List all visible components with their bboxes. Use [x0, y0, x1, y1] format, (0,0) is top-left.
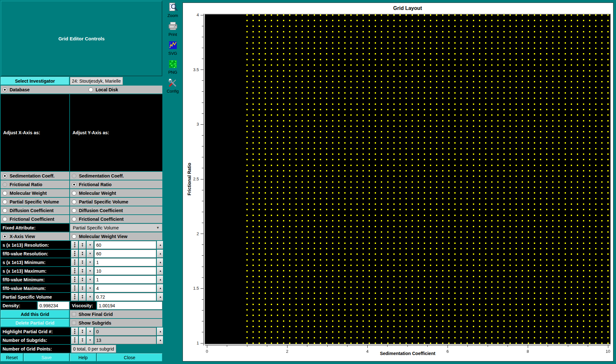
close-button[interactable]: Close [97, 353, 162, 361]
y-minor-tick [202, 212, 203, 212]
density-input[interactable] [38, 302, 69, 310]
decrement-100-button[interactable] [71, 267, 78, 275]
decrement-10-button[interactable] [79, 336, 86, 344]
database-radio[interactable] [3, 87, 7, 92]
y-diffusion-coefficient-radio[interactable] [72, 208, 76, 213]
y-diffusion-coefficient-label: Diffusion Coefficient [79, 208, 123, 213]
decrement-1-button[interactable] [87, 258, 94, 266]
viscosity-input[interactable] [97, 302, 162, 310]
x-partial-specific-volume-radio[interactable] [3, 200, 7, 204]
delete-partial-grid-button[interactable]: Delete Partial Grid [1, 319, 69, 327]
decrement-10-button[interactable] [79, 284, 86, 292]
local-disk-radio[interactable] [89, 87, 93, 92]
decrement-10-button[interactable] [79, 250, 86, 258]
s-minimum-input[interactable] [94, 258, 156, 266]
number-of-subgrids-label: Number of Subgrids: [1, 336, 71, 344]
number-of-subgrids-input[interactable] [94, 336, 156, 344]
y-minor-tick [202, 59, 203, 59]
config-tool-button[interactable]: Config [167, 78, 179, 94]
x-molecular-weight-radio[interactable] [3, 191, 7, 195]
counter-row: f/f0-value Minimum: [1, 276, 162, 284]
x-minor-tick [347, 345, 347, 347]
y-sedimentation-coeff-label: Sedimentation Coeff. [79, 173, 124, 178]
x-frictional-coefficient-label: Frictional Coefficient [10, 217, 54, 222]
decrement-100-button[interactable] [71, 284, 78, 292]
decrement-10-button[interactable] [79, 241, 86, 249]
y-axis-line [203, 14, 204, 345]
decrement-1-button[interactable] [87, 267, 94, 275]
y-minor-tick [202, 299, 203, 300]
x-axis-view-radio[interactable] [3, 234, 7, 239]
x-minor-tick [427, 345, 428, 347]
local-disk-radio-label: Local Disk [96, 87, 118, 92]
save-button[interactable]: Save [24, 353, 69, 361]
x-diffusion-coefficient-radio[interactable] [3, 208, 7, 213]
y-frictional-coefficient-radio[interactable] [72, 217, 76, 221]
x-minor-tick [387, 345, 388, 347]
x-minor-tick [488, 345, 488, 347]
print-tool-button[interactable]: Print [167, 21, 178, 37]
decrement-100-button[interactable] [71, 258, 78, 266]
partial-specific-volume-input[interactable] [94, 293, 156, 301]
x-frictional-ratio-radio[interactable] [3, 182, 7, 187]
svg-icon [167, 40, 178, 51]
decrement-1-button[interactable] [87, 276, 94, 284]
decrement-1-button[interactable] [87, 327, 94, 335]
axis-attr-row: Frictional Coefficient Frictional Coeffi… [1, 215, 162, 223]
counter-row: f/f0-value Resolution: [1, 250, 162, 258]
decrement-100-button[interactable] [71, 293, 78, 301]
zoom-icon [167, 2, 178, 13]
y-molecular-weight-radio[interactable] [72, 191, 76, 195]
png-tool-button[interactable]: PNG [167, 59, 178, 75]
y-sedimentation-coeff-radio[interactable] [72, 174, 76, 178]
s-resolution-input[interactable] [94, 241, 156, 249]
show-subgrids-checkbox[interactable] [72, 321, 76, 325]
fixed-attribute-dropdown[interactable]: Partial Specific Volume ▼ [70, 224, 162, 232]
decrement-100-button[interactable] [71, 327, 78, 335]
decrement-100-button[interactable] [71, 250, 78, 258]
decrement-1-button[interactable] [87, 250, 94, 258]
x-minor-tick [227, 345, 227, 347]
decrement-10-button[interactable] [79, 267, 86, 275]
ff0-minimum-input[interactable] [94, 276, 156, 284]
fixed-attribute-value: Partial Specific Volume [73, 225, 119, 230]
highlight-partial-grid-input[interactable] [94, 327, 156, 335]
ff0-maximum-input[interactable] [94, 284, 156, 292]
zoom-tool-button[interactable]: Zoom [167, 2, 178, 18]
density-label: Density: [1, 302, 37, 310]
x-sedimentation-coeff-radio[interactable] [3, 174, 7, 178]
y-minor-tick [202, 91, 203, 92]
fixed-attribute-label: Fixed Attribute: [1, 224, 69, 232]
add-this-grid-button[interactable]: Add this Grid [1, 310, 69, 318]
reset-button[interactable]: Reset [1, 353, 23, 361]
plot-toolbar: Zoom Print SVG [163, 0, 183, 364]
x-major-tick [608, 345, 608, 348]
x-minor-tick [548, 345, 548, 347]
y-minor-tick [202, 332, 203, 332]
y-frictional-ratio-radio[interactable] [72, 182, 76, 187]
show-final-grid-checkbox[interactable] [72, 312, 76, 316]
grid-canvas[interactable] [204, 14, 611, 344]
x-frictional-coefficient-radio[interactable] [3, 217, 7, 221]
decrement-1-button[interactable] [87, 284, 94, 292]
select-investigator-button[interactable]: Select Investigator [1, 77, 69, 85]
density-viscosity-row: Density: Viscosity: [1, 302, 162, 310]
ff0-resolution-input[interactable] [94, 250, 156, 258]
decrement-1-button[interactable] [87, 336, 94, 344]
decrement-100-button[interactable] [71, 241, 78, 249]
help-button[interactable]: Help [70, 353, 96, 361]
decrement-1-button[interactable] [87, 241, 94, 249]
molecular-weight-view-radio[interactable] [72, 234, 76, 239]
decrement-10-button[interactable] [79, 293, 86, 301]
decrement-10-button[interactable] [79, 276, 86, 284]
decrement-10-button[interactable] [79, 258, 86, 266]
svg-tool-button[interactable]: SVG [167, 40, 178, 56]
decrement-100-button[interactable] [71, 336, 78, 344]
y-partial-specific-volume-radio[interactable] [72, 200, 76, 204]
y-minor-tick [202, 103, 203, 103]
s-maximum-input[interactable] [94, 267, 156, 275]
decrement-100-button[interactable] [71, 276, 78, 284]
decrement-10-button[interactable] [79, 327, 86, 335]
decrement-1-button[interactable] [87, 293, 94, 301]
x-minor-tick [327, 345, 328, 347]
